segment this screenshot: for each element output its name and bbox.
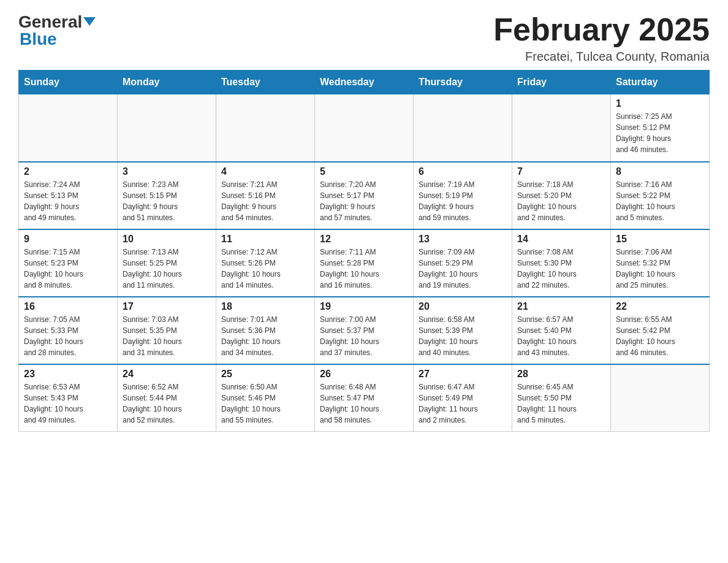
calendar-cell bbox=[216, 94, 315, 162]
calendar-cell: 1Sunrise: 7:25 AM Sunset: 5:12 PM Daylig… bbox=[611, 94, 710, 162]
day-number: 2 bbox=[24, 166, 112, 177]
page-header: General Blue February 2025 Frecatei, Tul… bbox=[18, 12, 710, 64]
day-info: Sunrise: 6:58 AM Sunset: 5:39 PM Dayligh… bbox=[419, 314, 507, 358]
calendar-cell: 28Sunrise: 6:45 AM Sunset: 5:50 PM Dayli… bbox=[512, 364, 611, 432]
location-title: Frecatei, Tulcea County, Romania bbox=[493, 50, 710, 64]
calendar-cell bbox=[414, 94, 512, 162]
calendar-cell: 12Sunrise: 7:11 AM Sunset: 5:28 PM Dayli… bbox=[315, 229, 414, 297]
calendar-cell: 24Sunrise: 6:52 AM Sunset: 5:44 PM Dayli… bbox=[118, 364, 216, 432]
calendar-week-row: 23Sunrise: 6:53 AM Sunset: 5:43 PM Dayli… bbox=[19, 364, 710, 432]
logo-arrow-icon bbox=[83, 17, 96, 26]
day-number: 12 bbox=[320, 234, 408, 245]
day-number: 26 bbox=[320, 369, 408, 380]
day-number: 14 bbox=[517, 234, 605, 245]
calendar-cell: 20Sunrise: 6:58 AM Sunset: 5:39 PM Dayli… bbox=[414, 297, 512, 364]
weekday-header-thursday: Thursday bbox=[414, 71, 512, 94]
logo-blue: Blue bbox=[18, 29, 57, 49]
calendar-cell bbox=[315, 94, 414, 162]
day-number: 23 bbox=[24, 369, 112, 380]
calendar-cell: 15Sunrise: 7:06 AM Sunset: 5:32 PM Dayli… bbox=[611, 229, 710, 297]
day-info: Sunrise: 6:48 AM Sunset: 5:47 PM Dayligh… bbox=[320, 381, 408, 426]
day-number: 20 bbox=[419, 301, 507, 312]
day-number: 27 bbox=[419, 369, 507, 380]
calendar-cell: 8Sunrise: 7:16 AM Sunset: 5:22 PM Daylig… bbox=[611, 162, 710, 229]
day-info: Sunrise: 7:06 AM Sunset: 5:32 PM Dayligh… bbox=[616, 247, 704, 291]
calendar-cell: 23Sunrise: 6:53 AM Sunset: 5:43 PM Dayli… bbox=[19, 364, 118, 432]
day-number: 24 bbox=[123, 369, 211, 380]
calendar-cell: 5Sunrise: 7:20 AM Sunset: 5:17 PM Daylig… bbox=[315, 162, 414, 229]
calendar-cell: 9Sunrise: 7:15 AM Sunset: 5:23 PM Daylig… bbox=[19, 229, 118, 297]
day-info: Sunrise: 7:09 AM Sunset: 5:29 PM Dayligh… bbox=[419, 247, 507, 291]
calendar-cell: 17Sunrise: 7:03 AM Sunset: 5:35 PM Dayli… bbox=[118, 297, 216, 364]
calendar-week-row: 9Sunrise: 7:15 AM Sunset: 5:23 PM Daylig… bbox=[19, 229, 710, 297]
day-info: Sunrise: 7:05 AM Sunset: 5:33 PM Dayligh… bbox=[24, 314, 112, 358]
calendar-cell: 13Sunrise: 7:09 AM Sunset: 5:29 PM Dayli… bbox=[414, 229, 512, 297]
calendar-cell bbox=[512, 94, 611, 162]
day-number: 28 bbox=[517, 369, 605, 380]
day-number: 1 bbox=[616, 98, 704, 109]
day-info: Sunrise: 7:16 AM Sunset: 5:22 PM Dayligh… bbox=[616, 179, 704, 223]
day-number: 8 bbox=[616, 166, 704, 177]
calendar-week-row: 16Sunrise: 7:05 AM Sunset: 5:33 PM Dayli… bbox=[19, 297, 710, 364]
calendar-cell: 7Sunrise: 7:18 AM Sunset: 5:20 PM Daylig… bbox=[512, 162, 611, 229]
day-number: 15 bbox=[616, 234, 704, 245]
day-info: Sunrise: 7:08 AM Sunset: 5:30 PM Dayligh… bbox=[517, 247, 605, 291]
weekday-header-monday: Monday bbox=[118, 71, 216, 94]
day-info: Sunrise: 7:20 AM Sunset: 5:17 PM Dayligh… bbox=[320, 179, 408, 223]
day-number: 18 bbox=[221, 301, 309, 312]
calendar-week-row: 1Sunrise: 7:25 AM Sunset: 5:12 PM Daylig… bbox=[19, 94, 710, 162]
day-info: Sunrise: 7:01 AM Sunset: 5:36 PM Dayligh… bbox=[221, 314, 309, 358]
day-info: Sunrise: 7:24 AM Sunset: 5:13 PM Dayligh… bbox=[24, 179, 112, 223]
calendar-cell: 4Sunrise: 7:21 AM Sunset: 5:16 PM Daylig… bbox=[216, 162, 315, 229]
calendar-cell: 18Sunrise: 7:01 AM Sunset: 5:36 PM Dayli… bbox=[216, 297, 315, 364]
day-info: Sunrise: 7:00 AM Sunset: 5:37 PM Dayligh… bbox=[320, 314, 408, 358]
day-info: Sunrise: 7:03 AM Sunset: 5:35 PM Dayligh… bbox=[123, 314, 211, 358]
weekday-header-saturday: Saturday bbox=[611, 71, 710, 94]
day-number: 11 bbox=[221, 234, 309, 245]
weekday-header-friday: Friday bbox=[512, 71, 611, 94]
calendar-table: SundayMondayTuesdayWednesdayThursdayFrid… bbox=[18, 70, 710, 432]
day-info: Sunrise: 6:52 AM Sunset: 5:44 PM Dayligh… bbox=[123, 381, 211, 426]
day-number: 13 bbox=[419, 234, 507, 245]
calendar-cell: 3Sunrise: 7:23 AM Sunset: 5:15 PM Daylig… bbox=[118, 162, 216, 229]
calendar-cell: 14Sunrise: 7:08 AM Sunset: 5:30 PM Dayli… bbox=[512, 229, 611, 297]
day-number: 19 bbox=[320, 301, 408, 312]
day-info: Sunrise: 6:53 AM Sunset: 5:43 PM Dayligh… bbox=[24, 381, 112, 426]
day-number: 6 bbox=[419, 166, 507, 177]
day-info: Sunrise: 7:19 AM Sunset: 5:19 PM Dayligh… bbox=[419, 179, 507, 223]
day-info: Sunrise: 6:57 AM Sunset: 5:40 PM Dayligh… bbox=[517, 314, 605, 358]
day-number: 4 bbox=[221, 166, 309, 177]
calendar-cell: 6Sunrise: 7:19 AM Sunset: 5:19 PM Daylig… bbox=[414, 162, 512, 229]
calendar-cell: 25Sunrise: 6:50 AM Sunset: 5:46 PM Dayli… bbox=[216, 364, 315, 432]
day-number: 10 bbox=[123, 234, 211, 245]
day-number: 5 bbox=[320, 166, 408, 177]
day-info: Sunrise: 6:55 AM Sunset: 5:42 PM Dayligh… bbox=[616, 314, 704, 358]
day-number: 17 bbox=[123, 301, 211, 312]
calendar-cell: 19Sunrise: 7:00 AM Sunset: 5:37 PM Dayli… bbox=[315, 297, 414, 364]
day-number: 9 bbox=[24, 234, 112, 245]
calendar-cell bbox=[118, 94, 216, 162]
weekday-header-row: SundayMondayTuesdayWednesdayThursdayFrid… bbox=[19, 71, 710, 94]
weekday-header-tuesday: Tuesday bbox=[216, 71, 315, 94]
day-info: Sunrise: 6:47 AM Sunset: 5:49 PM Dayligh… bbox=[419, 381, 507, 426]
logo: General Blue bbox=[18, 12, 96, 49]
day-number: 21 bbox=[517, 301, 605, 312]
calendar-cell: 21Sunrise: 6:57 AM Sunset: 5:40 PM Dayli… bbox=[512, 297, 611, 364]
calendar-cell: 26Sunrise: 6:48 AM Sunset: 5:47 PM Dayli… bbox=[315, 364, 414, 432]
month-title: February 2025 bbox=[493, 12, 710, 47]
day-info: Sunrise: 7:25 AM Sunset: 5:12 PM Dayligh… bbox=[616, 111, 704, 155]
calendar-cell bbox=[611, 364, 710, 432]
day-info: Sunrise: 6:50 AM Sunset: 5:46 PM Dayligh… bbox=[221, 381, 309, 426]
calendar-cell: 22Sunrise: 6:55 AM Sunset: 5:42 PM Dayli… bbox=[611, 297, 710, 364]
calendar-cell: 2Sunrise: 7:24 AM Sunset: 5:13 PM Daylig… bbox=[19, 162, 118, 229]
day-info: Sunrise: 7:13 AM Sunset: 5:25 PM Dayligh… bbox=[123, 247, 211, 291]
calendar-cell: 16Sunrise: 7:05 AM Sunset: 5:33 PM Dayli… bbox=[19, 297, 118, 364]
day-info: Sunrise: 7:23 AM Sunset: 5:15 PM Dayligh… bbox=[123, 179, 211, 223]
calendar-cell bbox=[19, 94, 118, 162]
day-info: Sunrise: 7:21 AM Sunset: 5:16 PM Dayligh… bbox=[221, 179, 309, 223]
calendar-cell: 11Sunrise: 7:12 AM Sunset: 5:26 PM Dayli… bbox=[216, 229, 315, 297]
day-number: 7 bbox=[517, 166, 605, 177]
day-info: Sunrise: 7:11 AM Sunset: 5:28 PM Dayligh… bbox=[320, 247, 408, 291]
weekday-header-wednesday: Wednesday bbox=[315, 71, 414, 94]
weekday-header-sunday: Sunday bbox=[19, 71, 118, 94]
